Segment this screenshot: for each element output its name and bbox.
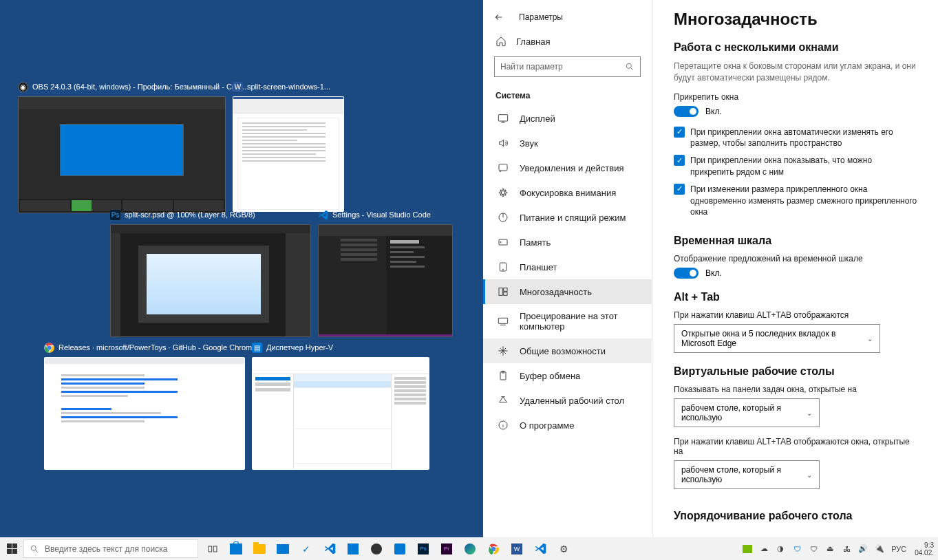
- tablet-icon: [498, 261, 509, 272]
- nav-tablet[interactable]: Планшет: [483, 255, 652, 279]
- taskview-thumb-word[interactable]: W split-screen-windows-1...: [233, 81, 344, 212]
- snap-chk3[interactable]: ✓: [674, 184, 685, 195]
- taskview-thumb-vscode[interactable]: Settings - Visual Studio Code: [318, 209, 453, 337]
- tb-vscode2[interactable]: [529, 537, 552, 560]
- clipboard-icon: [498, 370, 509, 381]
- snap-heading: Работа с несколькими окнами: [674, 41, 917, 54]
- tb-edge[interactable]: [458, 537, 482, 560]
- nav-power[interactable]: Питание и спящий режим: [483, 205, 652, 230]
- tray-clock[interactable]: 9:3 04.02.: [912, 541, 937, 557]
- tb-vscode[interactable]: [318, 537, 341, 560]
- settings-search-input[interactable]: Найти параметр: [494, 56, 641, 77]
- alttab-dropdown[interactable]: Открытые окна и 5 последних вкладок в Mi…: [674, 324, 880, 353]
- nav-section-title: Система: [483, 87, 652, 106]
- snap-chk1[interactable]: ✓: [674, 127, 685, 138]
- taskview-button[interactable]: [201, 537, 224, 560]
- svg-point-10: [502, 269, 503, 270]
- vd-dropdown2[interactable]: рабочем столе, который я использую ⌄: [674, 460, 820, 489]
- start-button[interactable]: [0, 537, 23, 560]
- taskview-thumb-chrome[interactable]: Releases · microsoft/PowerToys · GitHub …: [44, 342, 256, 470]
- tray-nvidia[interactable]: [741, 545, 754, 553]
- tb-word[interactable]: W: [505, 537, 529, 560]
- vscode-heading: [390, 240, 419, 244]
- remote-icon: [498, 395, 509, 406]
- nav-notifications[interactable]: Уведомления и действия: [483, 155, 652, 180]
- tb-obs[interactable]: [365, 537, 388, 560]
- search-icon: [625, 62, 635, 72]
- sound-icon: [498, 138, 509, 149]
- svg-rect-4: [499, 164, 507, 171]
- tb-photoshop[interactable]: Ps: [412, 537, 435, 560]
- taskbar-search[interactable]: Введите здесь текст для поиска: [23, 539, 198, 558]
- svg-point-18: [31, 546, 36, 550]
- nav-multitasking[interactable]: Многозадачность: [483, 279, 652, 304]
- taskview-thumb-photoshop[interactable]: Ps split-scr.psd @ 100% (Layer 8, RGB/8): [110, 209, 311, 337]
- svg-point-8: [500, 241, 501, 242]
- window-title: Параметры: [519, 12, 563, 22]
- nav-storage[interactable]: Память: [483, 230, 652, 255]
- home-icon: [495, 36, 507, 47]
- taskbar: Введите здесь текст для поиска ✓ Ps Pr W…: [0, 537, 938, 560]
- nav-clipboard[interactable]: Буфер обмена: [483, 363, 652, 388]
- svg-point-2: [626, 63, 631, 68]
- tidy-heading: Упорядочивание рабочего стола: [674, 510, 917, 522]
- page-title: Многозадачность: [674, 10, 917, 29]
- tb-settings[interactable]: ⚙: [552, 537, 575, 560]
- tray-usb[interactable]: ⏏: [824, 544, 836, 553]
- nav-focus[interactable]: Фокусировка внимания: [483, 180, 652, 205]
- notifications-icon: [498, 162, 509, 173]
- tb-mail[interactable]: [271, 537, 295, 560]
- toggle-state: Вкл.: [705, 107, 722, 116]
- svg-rect-13: [504, 292, 507, 296]
- system-tray: ☁ ◑ 🛡 🛡 ⏏ 🖧 🔊 🔌 РУС 9:3 04.02.: [741, 541, 938, 557]
- timeline-toggle[interactable]: [674, 268, 699, 279]
- tb-chrome[interactable]: [482, 537, 505, 560]
- svg-rect-11: [499, 288, 502, 296]
- tray-volume[interactable]: 🔊: [857, 544, 869, 553]
- tray-lang[interactable]: РУС: [890, 545, 908, 553]
- taskview-thumb-hyperv[interactable]: ▤ Диспетчер Hyper-V: [252, 342, 429, 470]
- tb-app1[interactable]: [341, 537, 365, 560]
- tray-security[interactable]: 🛡: [807, 545, 820, 553]
- power-icon: [498, 212, 509, 223]
- nav-home[interactable]: Главная: [483, 29, 652, 54]
- tb-explorer[interactable]: [248, 537, 271, 560]
- chevron-down-icon: ⌄: [807, 409, 812, 417]
- snap-toggle[interactable]: [674, 106, 699, 117]
- tray-app[interactable]: ◑: [774, 544, 787, 553]
- nav-shared[interactable]: Общие возможности: [483, 338, 652, 363]
- nav-projecting[interactable]: Проецирование на этот компьютер: [483, 304, 652, 338]
- thumb-title: OBS 24.0.3 (64-bit, windows) - Профиль: …: [32, 83, 246, 91]
- snap-toggle-label: Прикрепить окна: [674, 92, 917, 102]
- tray-power[interactable]: 🔌: [873, 544, 886, 553]
- tray-onedrive[interactable]: ☁: [758, 544, 770, 553]
- snap-chk2[interactable]: ✓: [674, 155, 685, 166]
- tray-bluetooth[interactable]: 🛡: [791, 545, 803, 553]
- nav-remote[interactable]: Удаленный рабочий стол: [483, 388, 652, 413]
- timeline-label: Отображение предложений на временной шка…: [674, 254, 917, 263]
- word-icon: W: [233, 82, 243, 92]
- alttab-label: При нажатии клавиш ALT+TAB отображаются: [674, 310, 917, 320]
- tb-app2[interactable]: [388, 537, 412, 560]
- svg-rect-3: [498, 115, 507, 121]
- multitasking-icon: [498, 286, 509, 297]
- vd-label1: Показывать на панели задач окна, открыты…: [674, 385, 917, 394]
- tb-todo[interactable]: ✓: [295, 537, 318, 560]
- hyperv-icon: ▤: [252, 343, 262, 353]
- tb-premiere[interactable]: Pr: [435, 537, 458, 560]
- nav-display[interactable]: Дисплей: [483, 106, 652, 131]
- task-view-surface: ◉ OBS 24.0.3 (64-bit, windows) - Профиль…: [0, 0, 483, 537]
- back-button[interactable]: [493, 11, 505, 23]
- thumb-title: Releases · microsoft/PowerToys · GitHub …: [58, 343, 256, 352]
- svg-rect-20: [213, 546, 217, 552]
- taskview-thumb-obs[interactable]: ◉ OBS 24.0.3 (64-bit, windows) - Профиль…: [18, 81, 246, 213]
- tray-network[interactable]: 🖧: [840, 545, 853, 553]
- thumb-title: Диспетчер Hyper-V: [266, 343, 333, 352]
- nav-sound[interactable]: Звук: [483, 131, 652, 155]
- vd-dropdown1[interactable]: рабочем столе, который я использую ⌄: [674, 398, 820, 427]
- about-icon: [498, 420, 509, 431]
- search-icon: [30, 544, 39, 554]
- nav-about[interactable]: О программе: [483, 413, 652, 438]
- tb-store[interactable]: [224, 537, 248, 560]
- display-icon: [498, 113, 509, 124]
